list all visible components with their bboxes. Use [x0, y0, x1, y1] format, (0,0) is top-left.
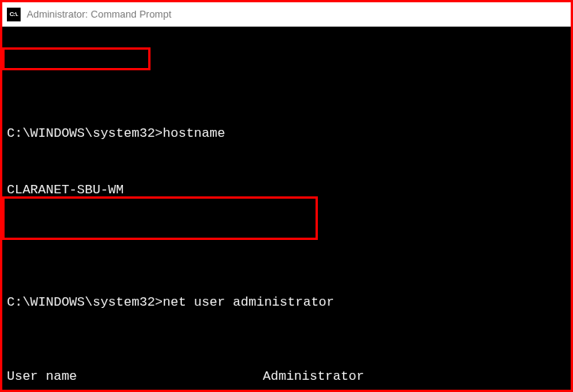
- window-title: Administrator: Command Prompt: [27, 8, 171, 20]
- titlebar[interactable]: C:\. Administrator: Command Prompt: [2, 2, 571, 27]
- prompt-1-path: C:\WINDOWS\system32>: [7, 126, 163, 141]
- highlight-hostname: [2, 47, 151, 70]
- cmd-icon: C:\.: [7, 8, 21, 21]
- blank-top: [2, 69, 571, 87]
- hostname-output: CLARANET-SBU-WM: [2, 181, 571, 199]
- highlight-account-active: [2, 196, 318, 240]
- blank-1: [2, 237, 571, 255]
- window-outer-border: C:\. Administrator: Command Prompt C:\WI…: [0, 0, 573, 392]
- prompt-2-path: C:\WINDOWS\system32>: [7, 295, 163, 309]
- cmd-icon-text: C:\.: [10, 11, 18, 18]
- console-area[interactable]: C:\WINDOWS\system32>hostname CLARANET-SB…: [2, 27, 571, 390]
- prompt-2-command: net user administrator: [163, 295, 334, 309]
- prompt-2: C:\WINDOWS\system32>net user administrat…: [2, 293, 571, 312]
- prompt-1-command: hostname: [163, 126, 225, 141]
- row-username: User nameAdministrator: [2, 368, 571, 386]
- label-username: User name: [7, 368, 263, 386]
- prompt-1: C:\WINDOWS\system32>hostname: [2, 125, 571, 143]
- value-username: Administrator: [263, 368, 364, 386]
